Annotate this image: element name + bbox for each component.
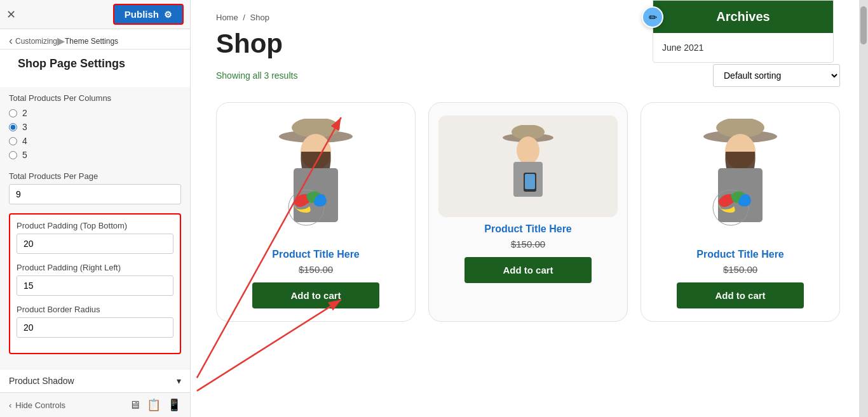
product-title-1[interactable]: Product Title Here xyxy=(272,249,360,260)
showing-results: Showing all 3 results xyxy=(216,70,297,81)
breadcrumb-shop-link[interactable]: Shop xyxy=(250,13,269,22)
padding-right-left-input[interactable] xyxy=(17,275,173,296)
column-label-4: 4 xyxy=(22,136,27,146)
border-radius-group: Product Border Radius xyxy=(17,305,173,338)
column-label-3: 3 xyxy=(22,122,27,132)
panel-title: Shop Page Settings xyxy=(9,56,181,78)
padding-right-left-label: Product Padding (Right Left) xyxy=(17,263,173,272)
add-to-cart-button-1[interactable]: Add to cart xyxy=(252,282,379,308)
edit-pencil-button[interactable]: ✏ xyxy=(642,6,663,28)
column-radio-3[interactable] xyxy=(9,123,17,131)
padding-top-bottom-input[interactable] xyxy=(17,234,173,254)
hide-controls-back-icon: ‹ xyxy=(9,400,11,410)
product-figure-1 xyxy=(275,119,357,239)
product-price-3: $150.00 xyxy=(723,264,757,275)
product-figure-2 xyxy=(499,125,557,208)
column-label-5: 5 xyxy=(22,150,27,160)
svg-rect-10 xyxy=(525,174,535,189)
hide-controls-button[interactable]: ‹ Hide Controls xyxy=(9,400,65,410)
product-card-1: Product Title Here $150.00 Add to cart xyxy=(216,102,416,322)
highlighted-settings-section: Product Padding (Top Bottom) Product Pad… xyxy=(9,213,181,354)
product-image-2 xyxy=(438,116,618,217)
padding-top-bottom-group: Product Padding (Top Bottom) xyxy=(17,221,173,254)
padding-top-bottom-label: Product Padding (Top Bottom) xyxy=(17,221,173,230)
shadow-chevron-icon: ▾ xyxy=(177,376,181,386)
hide-controls-label: Hide Controls xyxy=(15,400,65,410)
product-title-2[interactable]: Product Title Here xyxy=(484,223,572,235)
product-shadow-bar[interactable]: Product Shadow ▾ xyxy=(0,369,190,392)
back-button[interactable]: ‹ xyxy=(9,34,13,48)
top-bar: ✕ Publish ⚙ xyxy=(0,0,190,29)
archives-widget: Archives June 2021 xyxy=(653,0,834,63)
pencil-icon: ✏ xyxy=(649,11,657,23)
results-sort-row: Showing all 3 results Default sorting So… xyxy=(216,64,840,87)
publish-label: Publish xyxy=(125,9,159,20)
breadcrumb-home-link[interactable]: Home xyxy=(216,13,238,22)
column-option-5[interactable]: 5 xyxy=(9,150,181,160)
columns-radio-group: 2 3 4 5 xyxy=(9,108,181,160)
publish-button[interactable]: Publish ⚙ xyxy=(113,4,184,25)
column-option-4[interactable]: 4 xyxy=(9,136,181,146)
column-radio-5[interactable] xyxy=(9,151,17,159)
archives-june-2021[interactable]: June 2021 xyxy=(662,43,703,53)
column-option-3[interactable]: 3 xyxy=(9,122,181,132)
shop-content: Home / Shop Shop Showing all 3 results D… xyxy=(191,0,859,417)
per-page-input[interactable] xyxy=(9,184,181,204)
scrollbar-thumb[interactable] xyxy=(860,6,867,44)
panel-content: Total Products Per Columns 2 3 4 5 Total… xyxy=(0,87,190,369)
mobile-device-button[interactable]: 📱 xyxy=(167,398,181,412)
sort-select[interactable]: Default sorting Sort by popularity Sort … xyxy=(713,64,840,87)
bottom-controls: ‹ Hide Controls 🖥 📋 📱 xyxy=(0,392,190,417)
breadcrumb-shop-sep: / xyxy=(243,13,245,22)
close-button[interactable]: ✕ xyxy=(6,8,16,22)
product-shadow-label: Product Shadow xyxy=(9,376,74,386)
breadcrumb-theme-settings: Theme Settings xyxy=(65,37,118,46)
product-price-2: $150.00 xyxy=(511,239,545,249)
padding-right-left-group: Product Padding (Right Left) xyxy=(17,263,173,296)
gear-icon: ⚙ xyxy=(164,10,172,20)
tablet-device-button[interactable]: 📋 xyxy=(147,398,161,412)
breadcrumb-customizing[interactable]: Customizing xyxy=(15,37,57,46)
main-area: Home / Shop Shop Showing all 3 results D… xyxy=(191,0,859,417)
column-radio-4[interactable] xyxy=(9,137,17,145)
product-figure-3 xyxy=(699,119,782,239)
archives-header: Archives xyxy=(653,1,833,33)
scrollbar-track xyxy=(859,0,868,417)
product-price-1: $150.00 xyxy=(299,264,333,275)
product-card-3: Product Title Here $150.00 Add to cart xyxy=(641,102,840,322)
product-grid: Product Title Here $150.00 Add to cart xyxy=(216,102,840,322)
left-panel: ✕ Publish ⚙ ‹ Customizing ▶ Theme Settin… xyxy=(0,0,191,417)
product-image-1 xyxy=(226,116,405,242)
border-radius-input[interactable] xyxy=(17,317,173,338)
columns-label: Total Products Per Columns xyxy=(9,93,181,103)
breadcrumb-separator: ▶ xyxy=(57,35,65,47)
column-label-2: 2 xyxy=(22,108,27,118)
product-image-3 xyxy=(651,116,830,242)
device-icons-group: 🖥 📋 📱 xyxy=(129,398,181,412)
breadcrumb-bar: ‹ Customizing ▶ Theme Settings xyxy=(0,29,190,50)
add-to-cart-button-2[interactable]: Add to cart xyxy=(465,257,592,283)
per-page-group: Total Products Per Page xyxy=(9,171,181,204)
archives-body: June 2021 xyxy=(653,33,833,62)
column-option-2[interactable]: 2 xyxy=(9,108,181,118)
svg-point-7 xyxy=(517,136,539,164)
border-radius-label: Product Border Radius xyxy=(17,305,173,314)
per-page-label: Total Products Per Page xyxy=(9,171,181,181)
product-card-2: Product Title Here $150.00 Add to cart xyxy=(428,102,628,322)
column-radio-2[interactable] xyxy=(9,109,17,117)
add-to-cart-button-3[interactable]: Add to cart xyxy=(677,282,804,308)
product-title-3[interactable]: Product Title Here xyxy=(696,249,784,260)
desktop-device-button[interactable]: 🖥 xyxy=(129,398,140,412)
